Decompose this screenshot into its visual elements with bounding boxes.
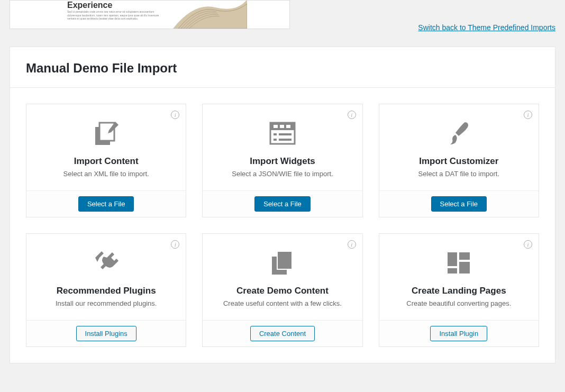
card-grid: i Import Content Select an XML file to i… (26, 104, 539, 347)
plugin-icon (36, 250, 176, 276)
panel-title: Manual Demo File Import (26, 61, 539, 76)
svg-rect-7 (274, 133, 277, 135)
card-desc: Select an XML file to import. (36, 170, 176, 178)
info-icon[interactable]: i (348, 111, 356, 119)
card-desc: Select a JSON/WIE file to import. (212, 170, 352, 178)
svg-rect-1 (99, 123, 114, 141)
card-title: Create Landing Pages (389, 286, 529, 296)
svg-rect-9 (274, 139, 277, 141)
card-recommended-plugins: i Recommended Plugins Install our recomm… (26, 233, 186, 347)
info-icon[interactable]: i (348, 240, 356, 249)
svg-rect-6 (286, 125, 290, 128)
brush-icon (389, 120, 529, 147)
info-icon[interactable]: i (524, 111, 532, 119)
manual-import-panel: Manual Demo File Import i Import Content… (10, 47, 555, 363)
svg-rect-12 (277, 251, 292, 269)
svg-rect-14 (459, 252, 470, 260)
select-file-button[interactable]: Select a File (78, 196, 134, 212)
svg-rect-16 (448, 268, 457, 274)
card-title: Import Widgets (212, 156, 352, 167)
card-title: Import Content (36, 156, 176, 167)
card-create-landing-pages: i Create Landing Pages Create beautiful … (379, 233, 539, 347)
svg-rect-4 (274, 125, 278, 128)
info-icon[interactable]: i (524, 240, 532, 249)
theme-preview-card: Experience Sed ut perspiciatis unde omni… (10, 0, 290, 29)
widgets-icon (212, 120, 352, 147)
panel-header: Manual Demo File Import (10, 47, 555, 88)
card-desc: Create beautiful converting pages. (389, 299, 529, 307)
info-icon[interactable]: i (171, 111, 179, 119)
file-edit-icon (36, 120, 176, 147)
svg-rect-15 (459, 262, 470, 274)
svg-rect-8 (279, 133, 291, 135)
panel-body: i Import Content Select an XML file to i… (10, 88, 555, 363)
card-desc: Install our recommended plugins. (36, 299, 176, 307)
top-region: Experience Sed ut perspiciatis unde omni… (0, 0, 565, 47)
layout-icon (389, 250, 529, 276)
pages-icon (212, 250, 352, 276)
switch-back-link[interactable]: Switch back to Theme Predefined Imports (418, 23, 555, 32)
install-plugin-button[interactable]: Install Plugin (430, 326, 487, 341)
card-title: Recommended Plugins (36, 286, 176, 296)
preview-lorem: Sed ut perspiciatis unde omnis iste natu… (67, 10, 168, 21)
select-file-button[interactable]: Select a File (254, 196, 311, 212)
card-title: Import Customizer (389, 156, 529, 167)
preview-heading: Experience (67, 1, 112, 10)
card-create-demo-content: i Create Demo Content Create useful cont… (202, 233, 362, 347)
card-title: Create Demo Content (212, 286, 352, 296)
svg-rect-13 (448, 252, 457, 266)
svg-rect-5 (280, 125, 284, 128)
card-import-customizer: i Import Customizer Select a DAT file to… (379, 104, 539, 217)
card-desc: Select a DAT file to import. (389, 170, 529, 178)
card-desc: Create useful content with a few clicks. (212, 299, 352, 307)
card-import-content: i Import Content Select an XML file to i… (26, 104, 186, 217)
svg-rect-10 (279, 139, 291, 141)
card-import-widgets: i Impor (202, 104, 362, 217)
info-icon[interactable]: i (171, 240, 179, 249)
preview-illustration (173, 0, 247, 29)
install-plugins-button[interactable]: Install Plugins (76, 326, 136, 341)
create-content-button[interactable]: Create Content (250, 326, 315, 341)
select-file-button[interactable]: Select a File (431, 196, 487, 212)
